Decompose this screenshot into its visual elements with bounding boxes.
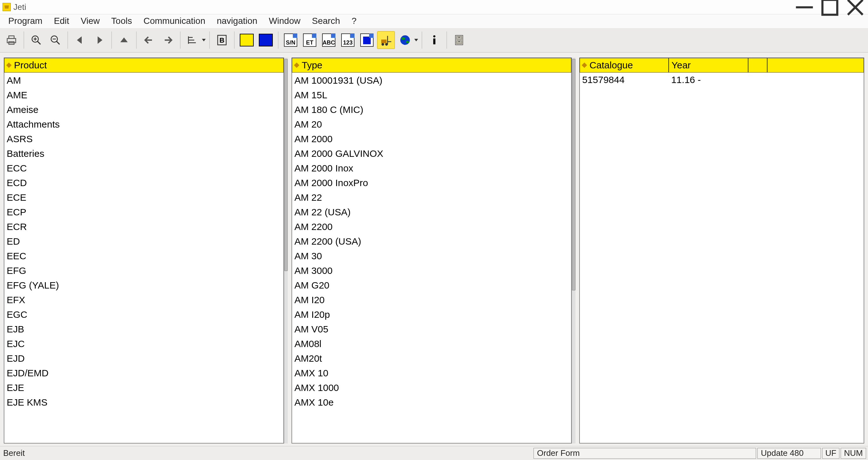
info-button[interactable]	[426, 31, 443, 49]
menu-bar: ProgramEditViewToolsCommunicationnavigat…	[0, 14, 868, 28]
menu-navigation[interactable]: navigation	[211, 15, 263, 27]
nav-next-button[interactable]	[90, 31, 108, 49]
list-item[interactable]: AMX 10e	[294, 395, 569, 410]
list-item[interactable]: EFG	[7, 263, 281, 278]
catalogue-header[interactable]: Catalogue	[580, 58, 669, 73]
et-button[interactable]: ET	[301, 31, 318, 49]
menu-edit[interactable]: Edit	[48, 15, 75, 27]
list-item[interactable]: AM 2000 Inox	[294, 161, 569, 176]
list-item[interactable]: AM I20	[294, 293, 569, 307]
list-item[interactable]: AM 2200 (USA)	[294, 234, 569, 249]
list-item[interactable]: EJB	[7, 322, 281, 337]
nav-prev-button[interactable]	[71, 31, 89, 49]
list-item[interactable]: AM 22	[294, 190, 569, 205]
list-item[interactable]: AM 2000	[294, 132, 569, 146]
col4-header[interactable]	[767, 58, 864, 73]
cabinet-button[interactable]	[450, 31, 468, 49]
list-item[interactable]: EJE	[7, 380, 281, 395]
forklift-button[interactable]	[377, 31, 395, 49]
app-icon	[3, 3, 11, 11]
menu-tools[interactable]: Tools	[105, 15, 138, 27]
list-item[interactable]: Ameise	[7, 103, 281, 117]
globe-dropdown[interactable]	[396, 31, 418, 49]
history-forward-button[interactable]	[159, 31, 177, 49]
list-item[interactable]: Batteries	[7, 146, 281, 161]
table-row[interactable]: 5157984411.16 -	[580, 73, 864, 87]
abc-button[interactable]: ABC	[320, 31, 338, 49]
list-item[interactable]: AM 10001931 (USA)	[294, 73, 569, 88]
type-header[interactable]: Type	[292, 58, 571, 73]
product-header[interactable]: Product	[4, 58, 284, 73]
list-item[interactable]: ECP	[7, 205, 281, 220]
list-item[interactable]: ASRS	[7, 132, 281, 146]
list-item[interactable]: AMX 1000	[294, 380, 569, 395]
list-item[interactable]: AM 180 C (MIC)	[294, 103, 569, 117]
product-scrollbar[interactable]	[284, 58, 288, 443]
list-item[interactable]: EJD/EMD	[7, 366, 281, 380]
nav-up-button[interactable]	[115, 31, 133, 49]
list-item[interactable]: AM 30	[294, 249, 569, 263]
list-item[interactable]: AM20t	[294, 351, 569, 366]
label: ABC	[323, 39, 335, 46]
list-item[interactable]: AM G20	[294, 278, 569, 293]
list-item[interactable]: ECD	[7, 176, 281, 190]
tree-view-dropdown[interactable]	[184, 31, 206, 49]
menu-view[interactable]: View	[75, 15, 105, 27]
svg-rect-38	[459, 37, 460, 38]
menu-search[interactable]: Search	[306, 15, 346, 27]
bold-button[interactable]: B	[213, 31, 231, 49]
list-item[interactable]: EJE KMS	[7, 395, 281, 410]
status-uf: UF	[822, 448, 839, 459]
list-item[interactable]: ECC	[7, 161, 281, 176]
product-list[interactable]: AMAMEAmeiseAttachmentsASRSBatteriesECCEC…	[4, 73, 284, 443]
svg-rect-37	[457, 41, 462, 44]
serial-number-button[interactable]: S/N	[282, 31, 300, 49]
type-list[interactable]: AM 10001931 (USA)AM 15LAM 180 C (MIC)AM …	[292, 73, 571, 443]
list-item[interactable]: AM 15L	[294, 88, 569, 103]
list-item[interactable]: EGC	[7, 307, 281, 322]
svg-marker-23	[202, 39, 206, 41]
minimize-button[interactable]	[792, 0, 817, 14]
history-back-button[interactable]	[140, 31, 158, 49]
list-item[interactable]: AM 20	[294, 117, 569, 132]
list-item[interactable]: AM 22 (USA)	[294, 205, 569, 220]
catalogue-header-row: Catalogue Year	[580, 58, 864, 73]
list-item[interactable]: AM 2200	[294, 220, 569, 234]
list-item[interactable]: AM V05	[294, 322, 569, 337]
list-item[interactable]: AMX 10	[294, 366, 569, 380]
list-item[interactable]: AM 2000 GALVINOX	[294, 146, 569, 161]
zoom-in-button[interactable]	[27, 31, 45, 49]
view-blue-button[interactable]	[358, 31, 376, 49]
menu-window[interactable]: Window	[263, 15, 306, 27]
list-item[interactable]: ED	[7, 234, 281, 249]
list-item[interactable]: EFG (YALE)	[7, 278, 281, 293]
close-button[interactable]	[843, 0, 868, 14]
list-item[interactable]: ECE	[7, 190, 281, 205]
list-item[interactable]: EJD	[7, 351, 281, 366]
maximize-button[interactable]	[817, 0, 843, 14]
type-scrollbar[interactable]	[572, 58, 576, 443]
list-item[interactable]: AM	[7, 73, 281, 88]
list-item[interactable]: Attachments	[7, 117, 281, 132]
year-header[interactable]: Year	[669, 58, 748, 73]
list-item[interactable]: EJC	[7, 337, 281, 351]
menu-program[interactable]: Program	[3, 15, 48, 27]
color-yellow-swatch[interactable]	[238, 31, 256, 49]
color-blue-swatch[interactable]	[257, 31, 275, 49]
list-item[interactable]: AM I20p	[294, 307, 569, 322]
list-item[interactable]: ECR	[7, 220, 281, 234]
list-item[interactable]: EFX	[7, 293, 281, 307]
menu-[interactable]: ?	[346, 15, 363, 27]
year-header-label: Year	[672, 60, 691, 70]
list-item[interactable]: AM 3000	[294, 263, 569, 278]
print-button[interactable]	[3, 31, 20, 49]
numeric-button[interactable]: 123	[339, 31, 357, 49]
list-item[interactable]: AM08l	[294, 337, 569, 351]
catalogue-list[interactable]: 5157984411.16 -	[580, 73, 864, 443]
list-item[interactable]: AM 2000 InoxPro	[294, 176, 569, 190]
zoom-out-button[interactable]	[46, 31, 64, 49]
menu-communication[interactable]: Communication	[138, 15, 211, 27]
col3-header[interactable]	[748, 58, 767, 73]
list-item[interactable]: EEC	[7, 249, 281, 263]
list-item[interactable]: AME	[7, 88, 281, 103]
